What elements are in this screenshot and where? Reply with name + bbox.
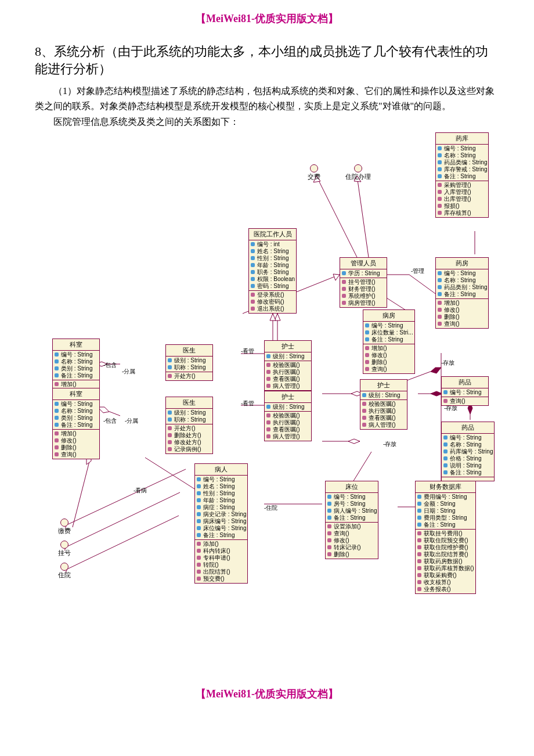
operation-icon [341,279,347,285]
operation-icon [266,369,272,375]
class-attributes: 编号 : String名称 : String药库编号 : String价格 : … [442,434,494,477]
attribute-icon [327,508,333,514]
attribute-row: 年龄 : String [195,497,247,504]
attribute-row: 级别 : String [265,353,311,360]
attribute-icon [54,415,60,421]
operation-icon [437,196,443,202]
operation-row: 财务管理() [340,286,387,293]
class-operations: 挂号管理()财务管理()系统维护()病房管理() [340,278,387,307]
operation-row: 病人管理() [265,433,311,440]
attribute-icon [196,519,202,524]
class-yiyuangongzuorenyuan: 医院工作人员编号 : int姓名 : String性别 : String年龄 :… [248,228,297,314]
attribute-row: 级别 : String [166,409,212,416]
class-attributes: 级别 : String [265,403,311,412]
operation-row: 执行医嘱() [265,419,311,426]
label-zhuyuan: -住院 [264,504,277,512]
operation-icon [437,300,443,306]
operation-icon [417,579,423,585]
svg-marker-9 [333,274,340,280]
operation-icon [327,524,333,530]
operation-row: 查询() [326,530,378,537]
attribute-row: 药品类编 : String [436,159,488,166]
attribute-icon [250,262,256,268]
class-yaofang: 药房编号 : String名称 : String药品类别 : String备注 … [435,257,489,329]
operation-row: 获取挂号费用() [416,530,475,537]
class-yisheng-2: 医生级别 : String职称 : String开处方()删除处方()修改处方(… [165,397,213,454]
operation-row: 开处方() [166,425,212,432]
attribute-icon [250,283,256,289]
operation-row: 记录病例() [166,446,212,453]
attribute-icon [365,323,370,329]
class-attributes: 编号 : String名称 : String类别 : String备注 : St… [53,351,99,380]
attribute-row: 备注 : String [195,532,247,539]
operation-row: 转床记录() [326,544,378,551]
class-title: 床位 [326,481,378,493]
operation-row: 查询() [436,321,488,327]
class-attributes: 级别 : String职称 : String [166,409,212,424]
label-baohan2: -包含 [103,417,117,425]
attribute-row: 密码 : String [249,283,296,290]
class-operations: 采购管理()入库管理()出库管理()报损()库存核算() [436,181,488,217]
operation-icon [167,373,173,379]
class-title: 护士 [265,391,311,403]
svg-marker-29 [431,368,441,373]
operation-icon [437,210,443,216]
attribute-row: 编号 : String [442,389,488,396]
interface-jiaofei: 交费 [308,164,320,181]
class-hushi-2b: 护士级别 : String校验医嘱()执行医嘱()查看医嘱()病人管理() [360,379,407,430]
svg-line-0 [316,176,357,257]
attribute-row: 床位数量 : Stri... [363,329,414,336]
operation-row: 收支核算() [416,579,475,586]
class-keshi-2: 科室编号 : String名称 : String类别 : String备注 : … [52,388,100,459]
label-kanguan1: -看管 [241,347,254,355]
attribute-row: 编号 : String [195,476,247,483]
operation-row: 获取住院预交费() [416,537,475,544]
class-attributes: 费用编号 : String金额 : String日期 : String费用类型 … [416,493,475,530]
operation-row: 删除() [363,359,414,366]
interface-zhuyuan: 住院 [58,563,71,579]
operation-icon [437,307,443,313]
operation-icon [167,426,173,431]
class-operations: 增加()修改()删除()查询() [53,430,99,459]
operation-row: 病人管理() [360,422,407,429]
class-title: 药品 [442,377,488,388]
operation-row: 查询() [363,366,414,373]
class-operations: 开处方() [166,372,212,380]
class-bingren: 病人编号 : String姓名 : String性别 : String年龄 : … [194,463,248,584]
attribute-row: 级别 : String [265,404,311,411]
attribute-icon [266,354,272,359]
operation-icon [362,408,367,414]
label-guanli: -管理 [411,267,424,275]
class-operations: 添加()科内转床()专科申请()转院()出院结算()预交费() [195,540,247,583]
operation-row: 增加() [53,381,99,388]
attribute-row: 学历 : String [340,270,387,277]
operation-icon [327,545,333,550]
operation-row: 出库管理() [436,196,488,203]
operation-icon [266,427,272,433]
class-chuangwei: 床位编号 : String房号 : String病人编号 : String备注 … [325,481,378,559]
class-title: 病人 [195,464,247,476]
attribute-row: 姓名 : String [195,483,247,490]
operation-row: 校验医嘱() [265,362,311,369]
attribute-icon [250,255,256,261]
operation-icon [54,438,60,444]
svg-marker-31 [431,391,442,396]
operation-icon [167,433,173,438]
operation-icon [54,445,60,451]
class-yisheng-1: 医生级别 : String职称 : String开处方() [165,344,213,381]
operation-row: 转院() [195,561,247,568]
class-operations: 增加()修改()删除()查询() [363,344,414,373]
operation-icon [437,314,443,320]
operation-icon [443,398,449,404]
class-caiwushujuku: 财务数据库费用编号 : String金额 : String日期 : String… [415,481,476,594]
attribute-row: 备注 : String [442,469,494,476]
operation-row: 获取药库核算数据() [416,565,475,572]
attribute-row: 床位编号 : String [195,525,247,532]
attribute-icon [54,359,60,365]
label-baohan1: -包含 [103,361,117,369]
class-attributes: 级别 : String [265,352,311,361]
class-operations: 校验医嘱()执行医嘱()查看医嘱()病人管理() [265,361,311,390]
class-operations: 开处方()删除处方()修改处方()记录病例() [166,424,212,453]
class-hushi-1: 护士级别 : String校验医嘱()执行医嘱()查看医嘱()病人管理() [264,340,312,391]
operation-row: 开处方() [166,373,212,380]
